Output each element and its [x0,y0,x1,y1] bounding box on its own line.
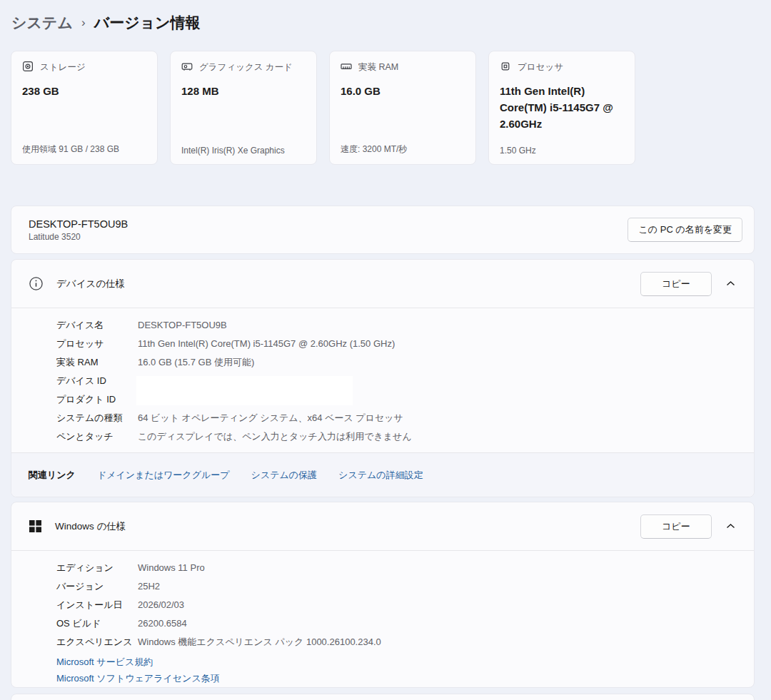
table-row: ペンとタッチ このディスプレイでは、ペン入力とタッチ入力は利用できません [56,427,754,446]
spec-label: インストール日 [56,596,138,614]
card-title: ストレージ [40,61,86,73]
card-detail: Intel(R) Iris(R) Xe Graphics [181,146,309,156]
graphics-card: グラフィックス カード 128 MB Intel(R) Iris(R) Xe G… [170,51,317,165]
table-row: エディション Windows 11 Pro [56,559,754,577]
device-spec-copy-button[interactable]: コピー [640,272,712,296]
spec-label: デバイス名 [56,316,138,335]
spec-label: OS ビルド [56,614,138,633]
spec-label: プロセッサ [56,335,138,353]
windows-spec-links: Microsoft サービス規約 Microsoft ソフトウェアライセンス条項 [11,651,754,688]
processor-card: プロセッサ 11th Gen Intel(R) Core(TM) i5-1145… [488,51,635,165]
card-detail: 使用領域 91 GB / 238 GB [22,143,150,156]
spec-value: 25H2 [138,577,160,596]
summary-cards: ストレージ 238 GB 使用領域 91 GB / 238 GB グラフィックス… [11,51,635,165]
spec-value: 2026/02/03 [138,596,184,614]
device-spec-table: デバイス名 DESKTOP-FT5OU9B プロセッサ 11th Gen Int… [11,308,754,452]
spec-value: 11th Gen Intel(R) Core(TM) i5-1145G7 @ 2… [138,335,395,353]
spec-value: このディスプレイでは、ペン入力とタッチ入力は利用できません [138,427,412,446]
next-panel-partial [11,694,755,700]
windows-spec-table: エディション Windows 11 Pro バージョン 25H2 インストール日… [11,551,754,651]
related-links-row: 関連リンク ドメインまたはワークグループ システムの保護 システムの詳細設定 [11,452,754,497]
windows-spec-header[interactable]: Windows の仕様 コピー [11,502,754,550]
spec-value: 16.0 GB (15.7 GB 使用可能) [138,353,254,372]
card-title: プロセッサ [518,61,563,73]
card-title: 実装 RAM [358,61,398,73]
device-model: Latitude 3520 [29,232,128,242]
table-row: 実装 RAM 16.0 GB (15.7 GB 使用可能) [56,353,754,372]
card-value: 16.0 GB [341,83,465,100]
link-system-protection[interactable]: システムの保護 [251,469,318,482]
device-name-panel: DESKTOP-FT5OU9B Latitude 3520 この PC の名前を… [11,206,755,254]
spec-value: DESKTOP-FT5OU9B [138,316,227,335]
device-name: DESKTOP-FT5OU9B [29,218,128,230]
chevron-up-icon[interactable] [726,523,735,529]
card-title: グラフィックス カード [199,61,293,73]
spec-label: ペンとタッチ [56,427,138,446]
info-icon [29,276,44,291]
link-microsoft-software-license-terms[interactable]: Microsoft ソフトウェアライセンス条項 [56,670,754,686]
windows-spec-title: Windows の仕様 [55,520,126,533]
table-row: バージョン 25H2 [56,577,754,596]
spec-value: Windows 機能エクスペリエンス パック 1000.26100.234.0 [138,633,381,651]
table-row: プロセッサ 11th Gen Intel(R) Core(TM) i5-1145… [56,335,754,353]
spec-label: デバイス ID [56,372,138,390]
link-domain-or-workgroup[interactable]: ドメインまたはワークグループ [97,469,230,482]
card-detail: 1.50 GHz [500,146,628,156]
table-row: デバイス名 DESKTOP-FT5OU9B [56,316,754,335]
gpu-icon [181,61,193,74]
link-microsoft-services-agreement[interactable]: Microsoft サービス規約 [56,654,754,670]
spec-label: システムの種類 [56,409,138,427]
spec-label: 実装 RAM [56,353,138,372]
table-row: エクスペリエンス Windows 機能エクスペリエンス パック 1000.261… [56,633,754,651]
redacted-area [136,376,353,405]
device-spec-panel: デバイスの仕様 コピー デバイス名 DESKTOP-FT5OU9B プロセッサ … [11,259,755,497]
table-row: OS ビルド 26200.6584 [56,614,754,633]
windows-spec-panel: Windows の仕様 コピー エディション Windows 11 Pro バー… [11,502,755,688]
card-detail: 速度: 3200 MT/秒 [341,143,468,156]
link-advanced-system-settings[interactable]: システムの詳細設定 [338,469,423,482]
storage-icon [22,61,34,74]
windows-spec-copy-button[interactable]: コピー [640,514,712,539]
card-value: 128 MB [181,83,306,100]
spec-label: バージョン [56,577,138,596]
spec-value: 26200.6584 [138,614,187,633]
device-spec-title: デバイスの仕様 [56,278,125,290]
spec-value: Windows 11 Pro [138,559,205,577]
spec-label: エディション [56,559,138,577]
page-title: バージョン情報 [94,13,201,33]
spec-label: エクスペリエンス [56,633,138,651]
card-value: 11th Gen Intel(R) Core(TM) i5-1145G7 @ 2… [500,83,624,132]
ram-card: 実装 RAM 16.0 GB 速度: 3200 MT/秒 [329,51,476,165]
rename-pc-button[interactable]: この PC の名前を変更 [628,218,742,242]
chevron-up-icon[interactable] [726,280,735,287]
breadcrumb-chevron-icon: › [81,16,86,30]
breadcrumb: システム › バージョン情報 [11,13,201,33]
spec-label: プロダクト ID [56,390,138,409]
cpu-icon [500,61,511,74]
spec-value: 64 ビット オペレーティング システム、x64 ベース プロセッサ [138,409,403,427]
card-value: 238 GB [22,83,146,100]
table-row: システムの種類 64 ビット オペレーティング システム、x64 ベース プロセ… [56,409,754,427]
device-spec-header[interactable]: デバイスの仕様 コピー [11,260,754,308]
storage-card: ストレージ 238 GB 使用領域 91 GB / 238 GB [11,51,158,165]
table-row: インストール日 2026/02/03 [56,596,754,614]
related-links-label: 関連リンク [29,469,76,482]
breadcrumb-system[interactable]: システム [11,13,73,33]
windows-logo-icon [29,519,42,533]
ram-icon [341,61,352,74]
